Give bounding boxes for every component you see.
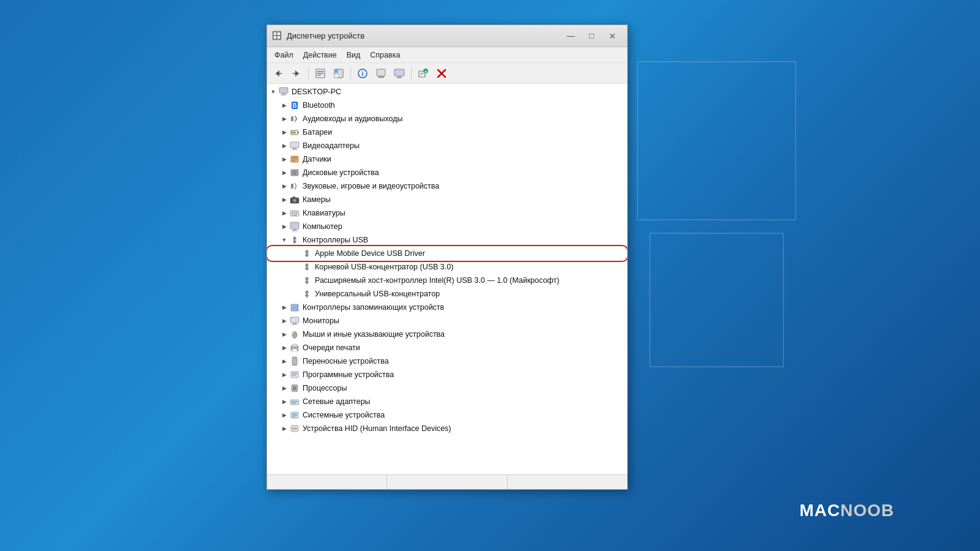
- cpu-label: Процессоры: [303, 384, 625, 392]
- tree-usb-root-hub[interactable]: Корневой USB-концентратор (USB 3.0): [267, 260, 627, 274]
- svg-rect-12: [317, 75, 321, 76]
- svg-rect-94: [292, 403, 296, 404]
- chevron-print: ▶: [279, 343, 289, 353]
- bluetooth-label: Bluetooth: [303, 101, 625, 110]
- svg-rect-62: [290, 222, 299, 229]
- tree-disk[interactable]: ▶ Дисковые устройства: [267, 166, 627, 179]
- software-icon: [289, 369, 300, 380]
- minimize-button[interactable]: —: [561, 29, 581, 43]
- tree-cpu[interactable]: ▶ Процессоры: [267, 381, 627, 395]
- toolbar-remove-btn[interactable]: [433, 66, 450, 81]
- toolbar-driver-btn[interactable]: i: [354, 66, 371, 81]
- svg-point-68: [297, 309, 298, 310]
- tree-computer[interactable]: ▶ Компьютер: [267, 220, 627, 233]
- tree-mouse[interactable]: ▶ Мыши и иные указывающие устройства: [267, 328, 627, 341]
- statusbar: [267, 474, 627, 489]
- tree-usb-host[interactable]: Расширяемый хост-контроллер Intel(R) USB…: [267, 274, 627, 287]
- chevron-display: ▶: [279, 141, 289, 151]
- chevron-system: ▶: [279, 410, 289, 420]
- computer-icon: [278, 86, 289, 97]
- disk-label: Дисковые устройства: [303, 168, 625, 177]
- tree-keyboard[interactable]: ▶ Клавиатуры: [267, 206, 627, 220]
- svg-rect-4: [277, 36, 280, 39]
- tree-content[interactable]: ▼ DESKTOP-PC ▶ B Bluetooth: [267, 84, 627, 474]
- svg-rect-85: [293, 386, 296, 390]
- chevron-mouse: ▶: [279, 329, 289, 339]
- close-button[interactable]: ✕: [603, 29, 622, 43]
- statusbar-pane-2: [387, 475, 507, 489]
- svg-rect-1: [274, 32, 276, 35]
- properties-icon: [315, 68, 326, 79]
- display-adapter-icon: [289, 140, 300, 151]
- tree-battery[interactable]: ▶ Батареи: [267, 126, 627, 139]
- tree-print[interactable]: ▶ Очереди печати: [267, 341, 627, 354]
- tree-network[interactable]: ▶ Сетевые адаптеры: [267, 395, 627, 408]
- usb-label: Контроллеры USB: [303, 236, 625, 244]
- toolbar-back-btn[interactable]: [270, 66, 287, 81]
- svg-text:B: B: [292, 102, 296, 109]
- usb-hub-label: Универсальный USB-концентратор: [315, 290, 625, 298]
- svg-point-48: [294, 172, 295, 173]
- toolbar-resources-btn[interactable]: [372, 66, 390, 81]
- system-label: Системные устройства: [303, 411, 625, 419]
- statusbar-pane-1: [267, 475, 387, 489]
- tree-usb-hub[interactable]: Универсальный USB-концентратор: [267, 287, 627, 301]
- tree-storage[interactable]: ▶ Контроллеры запоминающих устройств: [267, 301, 627, 314]
- svg-rect-58: [292, 214, 293, 215]
- watermark-mac: MAC: [799, 501, 840, 520]
- svg-rect-96: [292, 413, 297, 414]
- tree-software[interactable]: ▶ Программные устройства: [267, 368, 627, 381]
- usb-host-icon: [301, 275, 312, 286]
- network-icon: [289, 396, 300, 407]
- menu-help[interactable]: Справка: [365, 47, 405, 62]
- svg-rect-40: [293, 148, 296, 149]
- svg-rect-18: [377, 69, 385, 76]
- tree-root[interactable]: ▼ DESKTOP-PC: [267, 85, 627, 99]
- tree-camera[interactable]: ▶ Камеры: [267, 193, 627, 206]
- battery-icon: [289, 127, 300, 138]
- svg-rect-77: [292, 349, 297, 351]
- svg-rect-21: [394, 69, 404, 76]
- toolbar-sep-2: [350, 67, 351, 80]
- remove-icon: [436, 68, 447, 79]
- svg-rect-79: [293, 358, 296, 359]
- maximize-button[interactable]: □: [582, 29, 601, 43]
- tree-monitors[interactable]: ▶ Мониторы: [267, 314, 627, 328]
- svg-rect-76: [292, 344, 297, 347]
- svg-rect-70: [293, 323, 296, 324]
- svg-rect-56: [294, 212, 295, 213]
- scan-icon: [333, 68, 344, 79]
- apple-usb-icon: [301, 248, 312, 259]
- tree-bluetooth[interactable]: ▶ B Bluetooth: [267, 99, 627, 112]
- toolbar-display-btn[interactable]: [391, 66, 408, 81]
- camera-icon: [289, 194, 300, 205]
- toolbar-add-btn[interactable]: + +: [415, 66, 432, 81]
- tree-usb[interactable]: ▼ Контроллеры USB: [267, 233, 627, 247]
- tree-system[interactable]: ▶ Системные устройства: [267, 408, 627, 422]
- sensors-label: Датчики: [303, 155, 625, 163]
- monitor-icon: [289, 315, 300, 326]
- toolbar-scan-btn[interactable]: [330, 66, 347, 81]
- tree-sensors[interactable]: ▶ Датчики: [267, 152, 627, 166]
- svg-rect-2: [277, 32, 280, 35]
- computer-label: Компьютер: [303, 222, 625, 231]
- toolbar-forward-btn[interactable]: [288, 66, 305, 81]
- usb-host-label: Расширяемый хост-контроллер Intel(R) USB…: [315, 276, 625, 285]
- svg-rect-59: [294, 214, 295, 215]
- menu-file[interactable]: Файл: [270, 47, 298, 62]
- tree-display[interactable]: ▶ Видеоадаптеры: [267, 139, 627, 152]
- tree-apple-mobile[interactable]: Apple Mobile Device USB Driver: [267, 247, 627, 260]
- svg-rect-82: [292, 373, 297, 374]
- sound-icon: [289, 181, 300, 192]
- tree-portable[interactable]: ▶ Переносные устройства: [267, 354, 627, 368]
- chevron-cpu: ▶: [279, 383, 289, 393]
- svg-rect-3: [274, 36, 276, 39]
- tree-hid[interactable]: ▶ Устройства HID (Human Interface Device…: [267, 422, 627, 435]
- tree-audio[interactable]: ▶ Аудиовходы и аудиовыходы: [267, 112, 627, 126]
- tree-sound[interactable]: ▶ Звуковые, игровые и видеоустройства: [267, 179, 627, 193]
- usb-hub2-icon: [301, 288, 312, 299]
- menu-action[interactable]: Действие: [298, 47, 342, 62]
- menu-view[interactable]: Вид: [342, 47, 366, 62]
- svg-rect-41: [292, 149, 298, 150]
- toolbar-properties-btn[interactable]: [312, 66, 329, 81]
